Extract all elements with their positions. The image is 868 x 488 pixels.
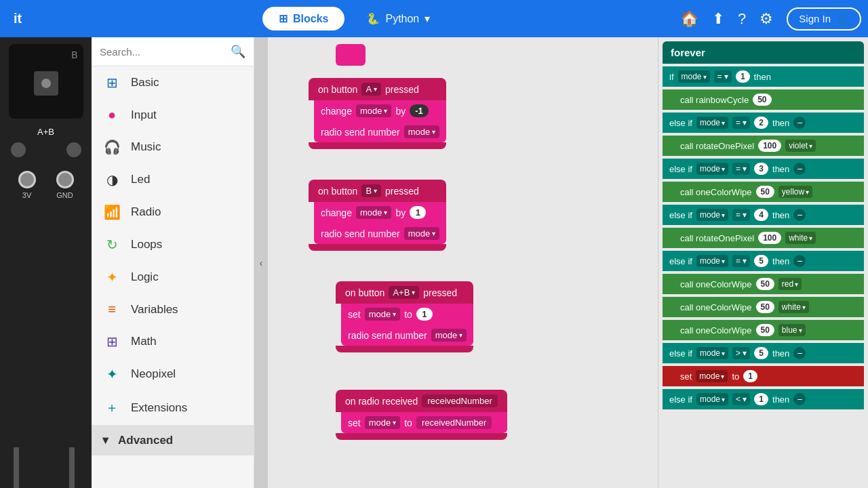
sidebar-music-label: Music <box>131 140 161 154</box>
device-screen: B <box>9 44 83 119</box>
sidebar-item-neopixel[interactable]: ✦ Neopixel <box>92 358 254 390</box>
pressed-label-b: pressed <box>385 186 419 197</box>
to-label-set: to <box>732 371 739 382</box>
mode-dropdown-b1[interactable]: mode ▾ <box>356 206 392 219</box>
sidebar-item-extensions[interactable]: ＋ Extensions <box>92 390 254 425</box>
nav-icons: 🏠 ⬆ ? ⚙ <box>680 10 773 28</box>
eq-op-5[interactable]: = ▾ <box>732 255 750 267</box>
change-label-b: change <box>321 207 352 218</box>
help-icon[interactable]: ? <box>738 10 746 28</box>
on-button-ab-label: on button <box>345 287 384 298</box>
on-radio-label: on radio received <box>345 396 418 407</box>
sidebar-item-input[interactable]: ● Input <box>92 99 254 131</box>
received-number-badge: receivedNumber <box>422 394 497 407</box>
sidebar-item-radio[interactable]: 📶 Radio <box>92 196 254 228</box>
val-3-ei3: 3 <box>754 163 768 175</box>
button-ab-dropdown[interactable]: A+B ▾ <box>389 286 419 299</box>
device-button-left[interactable] <box>11 142 26 157</box>
eq-op-1[interactable]: = ▾ <box>714 70 732 83</box>
device-button-right[interactable] <box>66 142 81 157</box>
collapse-sidebar-button[interactable]: ‹ <box>254 37 268 488</box>
advanced-section[interactable]: ▾ Advanced <box>92 425 254 455</box>
settings-icon[interactable]: ⚙ <box>760 10 773 28</box>
device-panel: B A+B 3V GND <box>0 37 92 488</box>
minus-btn-lt1[interactable]: − <box>793 393 806 405</box>
white-dropdown[interactable]: white ▾ <box>785 232 816 244</box>
share-icon[interactable]: ⬆ <box>712 10 724 28</box>
call-wipe-red-label: call oneColorWipe <box>680 279 752 289</box>
minus-btn-4[interactable]: − <box>793 209 806 221</box>
eq-op-3[interactable]: = ▾ <box>732 163 750 175</box>
mode-dropdown-a1[interactable]: mode ▾ <box>356 104 392 117</box>
home-icon[interactable]: 🏠 <box>680 10 698 28</box>
sidebar-item-math[interactable]: ⊞ Math <box>92 325 254 358</box>
sidebar-logic-label: Logic <box>131 270 159 284</box>
mode-dd-ei5[interactable]: mode ▾ <box>696 255 728 267</box>
pin-gnd-circle <box>56 171 74 188</box>
gt-op[interactable]: > ▾ <box>732 347 750 359</box>
call-rotate-violet: call rotateOnePixel 100 violet ▾ <box>663 136 864 156</box>
pin-3v-label: 3V <box>22 191 31 199</box>
minus-btn-2[interactable]: − <box>793 117 806 129</box>
mode-dropdown-ab2[interactable]: mode ▾ <box>431 329 467 342</box>
eq-op-4[interactable]: = ▾ <box>732 209 750 221</box>
eq-op-2[interactable]: = ▾ <box>732 117 750 129</box>
pos-1-value-ab: 1 <box>416 308 433 321</box>
minus-btn-3[interactable]: − <box>793 163 806 175</box>
minus-btn-5[interactable]: − <box>793 255 806 267</box>
lt-op[interactable]: < ▾ <box>732 393 750 405</box>
pressed-label-a: pressed <box>385 84 419 95</box>
mode-dropdown-radio[interactable]: mode ▾ <box>365 416 401 429</box>
violet-dropdown[interactable]: violet ▾ <box>785 140 816 152</box>
button-b-dropdown[interactable]: B ▾ <box>361 184 381 197</box>
rainbow-val: 50 <box>753 94 771 106</box>
tab-python[interactable]: 🐍 Python ▾ <box>350 7 446 30</box>
mode-dd-lt1[interactable]: mode ▾ <box>696 393 728 405</box>
blue-dropdown[interactable]: blue ▾ <box>778 324 806 336</box>
tab-python-label: Python <box>385 13 419 25</box>
mode-dd-gt5[interactable]: mode ▾ <box>696 347 728 359</box>
sidebar-item-music[interactable]: 🎧 Music <box>92 131 254 163</box>
mode-set-dd[interactable]: mode ▾ <box>696 370 728 382</box>
then-label-5: then <box>772 256 789 266</box>
sidebar-item-logic[interactable]: ✦ Logic <box>92 261 254 293</box>
yellow-dropdown[interactable]: yellow ▾ <box>778 186 812 198</box>
set-val-1: 1 <box>743 370 757 382</box>
sidebar-neopixel-label: Neopixel <box>131 367 176 381</box>
tab-blocks[interactable]: ⊞ Blocks <box>262 7 344 30</box>
sidebar: 🔍 ⊞ Basic ● Input 🎧 Music ◑ Led 📶 Radio … <box>92 37 254 488</box>
val-2-ei2: 2 <box>754 117 768 129</box>
sign-in-label: Sign In <box>799 13 831 24</box>
button-a-dropdown[interactable]: A ▾ <box>361 83 381 96</box>
sidebar-item-loops[interactable]: ↻ Loops <box>92 228 254 261</box>
sign-in-button[interactable]: Sign In 👤 <box>787 7 861 30</box>
mode-dd-ei4[interactable]: mode ▾ <box>696 209 728 221</box>
mode-dropdown-a2[interactable]: mode ▾ <box>404 125 440 138</box>
red-dropdown[interactable]: red ▾ <box>778 278 802 290</box>
canvas-area[interactable]: on button A ▾ pressed change mode ▾ by -… <box>268 37 658 488</box>
call-wipe-red: call oneColorWipe 50 red ▾ <box>663 274 864 294</box>
mode-dropdown-b2[interactable]: mode ▾ <box>404 227 440 240</box>
device-ab-label: A+B <box>37 127 54 137</box>
sidebar-item-basic[interactable]: ⊞ Basic <box>92 66 254 99</box>
block-group-button-b: on button B ▾ pressed change mode ▾ by 1… <box>309 180 446 251</box>
search-input[interactable] <box>100 46 231 58</box>
call-wipe-blue: call oneColorWipe 50 blue ▾ <box>663 320 864 340</box>
pos-1-value-b: 1 <box>410 206 426 219</box>
call-wipe-white: call oneColorWipe 50 white ▾ <box>663 297 864 317</box>
mode-dd-ei3[interactable]: mode ▾ <box>696 163 728 175</box>
mode-dd-ei2[interactable]: mode ▾ <box>696 117 728 129</box>
sidebar-item-variables[interactable]: ≡ Variables <box>92 293 254 325</box>
block-group-radio-received: on radio received receivedNumber set mod… <box>336 390 507 440</box>
main-layout: B A+B 3V GND 🔍 <box>0 37 868 488</box>
minus-btn-gt5[interactable]: − <box>793 347 806 359</box>
white-dropdown-2[interactable]: white ▾ <box>778 301 809 313</box>
radio-send-label-ab: radio send number <box>348 330 427 341</box>
sidebar-item-led[interactable]: ◑ Led <box>92 163 254 196</box>
pin-gnd-label: GND <box>56 191 73 199</box>
elseif-label-2: else if <box>669 118 692 128</box>
to-label-ab: to <box>404 309 412 320</box>
mode-dropdown-ab1[interactable]: mode ▾ <box>365 308 401 321</box>
search-icon[interactable]: 🔍 <box>231 44 245 59</box>
mode-dd-if1[interactable]: mode ▾ <box>678 70 710 83</box>
